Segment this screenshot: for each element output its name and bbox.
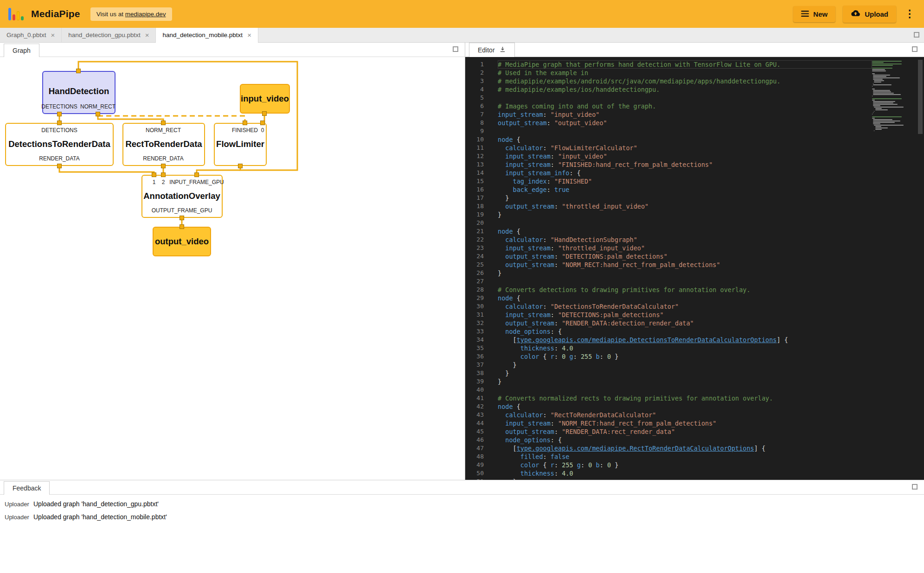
node-title: HandDetection <box>49 86 109 96</box>
port[interactable] <box>161 121 166 125</box>
minimap-line <box>873 90 890 91</box>
feedback-message: Uploaded graph 'hand_detection_gpu.pbtxt… <box>33 500 159 508</box>
code-line: input_stream: "input_video" <box>498 152 872 160</box>
line-number: 1 <box>465 60 484 69</box>
port[interactable] <box>243 121 247 125</box>
line-number: 20 <box>465 219 484 227</box>
code-line: [type.googleapis.com/mediapipe.RectToRen… <box>498 444 872 452</box>
port[interactable] <box>238 164 243 168</box>
minimap-line <box>873 104 898 105</box>
port-label: NORM_RECT <box>80 103 116 110</box>
file-tab-label: hand_detection_mobile.pbtxt <box>162 32 243 38</box>
code-line: color { r: 255 g: 0 b: 0 } <box>498 461 872 469</box>
editor-scrollbar[interactable] <box>917 57 924 480</box>
feedback-message: Uploaded graph 'hand_detection_mobile.pb… <box>33 513 167 521</box>
file-tab[interactable]: Graph_0.pbtxt× <box>0 28 62 42</box>
port[interactable] <box>180 224 184 229</box>
code-line: # Used in the example in <box>498 69 872 77</box>
port[interactable] <box>57 121 62 125</box>
code-line: } <box>498 210 872 219</box>
code-line: input_stream: "throttled_input_video" <box>498 244 872 252</box>
mediapipe-dev-link[interactable]: mediapipe.dev <box>125 11 166 18</box>
code-line: } <box>498 478 872 480</box>
minimap-line <box>874 80 884 81</box>
minimap-line <box>873 94 901 95</box>
graph-panel: Graph HandDetectioninput_videoDetections… <box>0 43 465 480</box>
minimap-line <box>874 111 874 112</box>
file-tab[interactable]: hand_detection_gpu.pbtxt× <box>62 28 156 42</box>
feedback-entry: UploaderUploaded graph 'hand_detection_g… <box>5 500 924 513</box>
tab-graph[interactable]: Graph <box>4 44 39 57</box>
expand-icon[interactable] <box>912 484 918 490</box>
line-number: 51 <box>465 478 484 480</box>
code-line: # mediapipie/examples/ios/handdetectiong… <box>498 85 872 94</box>
line-number: 2 <box>465 69 484 77</box>
port[interactable] <box>152 172 156 177</box>
feedback-entries: UploaderUploaded graph 'hand_detection_g… <box>0 495 924 526</box>
line-number: 6 <box>465 102 484 110</box>
code-editor[interactable]: 1234567891011121314151617181920212223242… <box>465 57 924 480</box>
editor-minimap[interactable] <box>872 57 917 480</box>
code-line: thickness: 4.0 <box>498 469 872 478</box>
expand-icon[interactable] <box>914 32 919 38</box>
new-button[interactable]: New <box>793 6 835 22</box>
file-tab[interactable]: hand_detection_mobile.pbtxt× <box>156 28 258 42</box>
port[interactable] <box>57 164 62 168</box>
line-number-gutter: 1234567891011121314151617181920212223242… <box>465 57 491 480</box>
expand-icon[interactable] <box>453 46 458 52</box>
minimap-line <box>875 108 882 109</box>
code-line: input_stream: "input_video" <box>498 110 872 119</box>
tab-close-icon[interactable]: × <box>247 31 251 39</box>
expand-icon[interactable] <box>912 46 918 52</box>
node-title: DetectionsToRenderData <box>8 139 110 149</box>
code-line <box>498 94 872 102</box>
port[interactable] <box>262 111 267 116</box>
port[interactable] <box>57 112 62 116</box>
code-line: back_edge: true <box>498 185 872 194</box>
port-label: NORM_RECT <box>146 127 181 134</box>
port-label: DETECTIONS <box>41 127 77 134</box>
editor-code[interactable]: # MediaPipe graph that performs hand det… <box>491 57 872 480</box>
tab-feedback[interactable]: Feedback <box>4 481 50 495</box>
minimap-line <box>872 73 875 74</box>
code-line: tag_index: "FINISHED" <box>498 177 872 185</box>
download-icon[interactable] <box>499 46 506 54</box>
node-title: RectToRenderData <box>125 139 202 149</box>
code-line <box>498 219 872 227</box>
graph-edges <box>0 57 465 480</box>
code-line: node { <box>498 135 872 144</box>
scrollbar-slider[interactable] <box>918 60 923 134</box>
minimap-line <box>873 76 886 77</box>
minimap-line <box>873 79 883 80</box>
port[interactable] <box>161 164 166 168</box>
code-line: thickness: 4.0 <box>498 344 872 352</box>
port[interactable] <box>180 216 184 220</box>
port[interactable] <box>194 172 199 177</box>
tab-close-icon[interactable]: × <box>145 31 149 39</box>
visit-text: Visit us at <box>96 11 123 18</box>
line-number: 19 <box>465 210 484 219</box>
minimap-line <box>872 68 892 69</box>
editor-panel-header: Editor <box>465 43 924 57</box>
port-label: INPUT_FRAME_GPU <box>169 179 224 185</box>
port[interactable] <box>161 172 166 177</box>
code-line: filled: false <box>498 452 872 461</box>
port-label: OUTPUT_FRAME_GPU <box>152 207 212 214</box>
code-line: } <box>498 194 872 202</box>
tab-close-icon[interactable]: × <box>51 31 55 39</box>
line-number: 31 <box>465 311 484 319</box>
tab-editor[interactable]: Editor <box>469 43 515 57</box>
file-tab-label: hand_detection_gpu.pbtxt <box>68 32 140 38</box>
graph-canvas[interactable]: HandDetectioninput_videoDetectionsToRend… <box>0 57 465 480</box>
port[interactable] <box>260 121 265 125</box>
upload-button[interactable]: Upload <box>843 6 896 23</box>
port[interactable] <box>96 112 100 116</box>
minimap-line <box>873 121 900 121</box>
minimap-line <box>874 130 874 131</box>
code-line: } <box>498 369 872 377</box>
minimap-line <box>872 100 875 101</box>
feedback-entry: UploaderUploaded graph 'hand_detection_m… <box>5 513 924 526</box>
code-line: [type.googleapis.com/mediapipe.Detection… <box>498 336 872 344</box>
more-options-icon[interactable]: ⋮ <box>904 9 916 19</box>
port[interactable] <box>76 69 81 73</box>
